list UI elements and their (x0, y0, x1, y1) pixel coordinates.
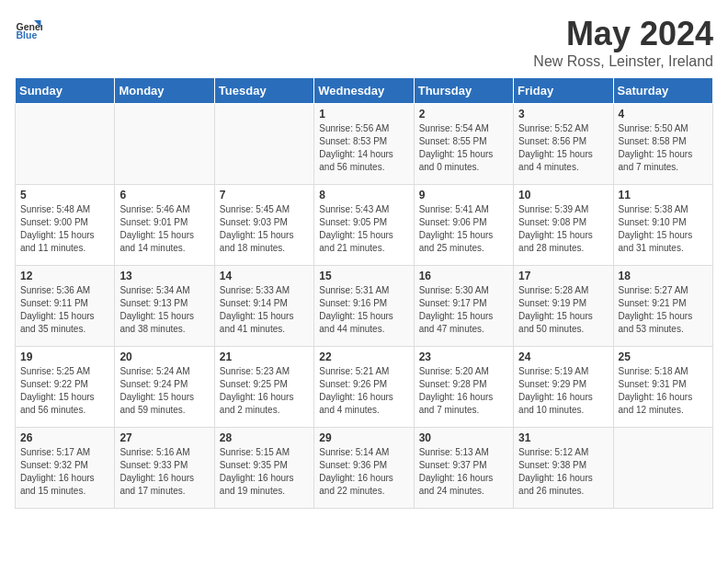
calendar-cell: 27Sunrise: 5:16 AM Sunset: 9:33 PM Dayli… (115, 428, 214, 509)
day-info: Sunrise: 5:17 AM Sunset: 9:32 PM Dayligh… (20, 446, 109, 498)
month-title: May 2024 (533, 15, 713, 53)
day-number: 15 (319, 270, 408, 282)
day-number: 27 (119, 431, 209, 444)
calendar-cell: 14Sunrise: 5:33 AM Sunset: 9:14 PM Dayli… (214, 266, 313, 347)
calendar-cell: 7Sunrise: 5:45 AM Sunset: 9:03 PM Daylig… (214, 185, 313, 266)
day-number: 25 (619, 350, 708, 363)
calendar-cell: 21Sunrise: 5:23 AM Sunset: 9:25 PM Dayli… (214, 347, 313, 428)
calendar-cell: 18Sunrise: 5:27 AM Sunset: 9:21 PM Dayli… (613, 266, 712, 347)
calendar-week-row: 12Sunrise: 5:36 AM Sunset: 9:11 PM Dayli… (16, 266, 713, 347)
calendar-cell: 20Sunrise: 5:24 AM Sunset: 9:24 PM Dayli… (115, 347, 214, 428)
day-number: 22 (319, 350, 408, 363)
weekday-header: Monday (115, 78, 214, 104)
calendar-cell (613, 428, 712, 509)
day-number: 4 (619, 108, 708, 121)
day-number: 1 (319, 108, 408, 121)
calendar-cell: 23Sunrise: 5:20 AM Sunset: 9:28 PM Dayli… (414, 347, 513, 428)
day-number: 12 (20, 270, 109, 282)
logo: General Blue (15, 15, 42, 42)
calendar-week-row: 19Sunrise: 5:25 AM Sunset: 9:22 PM Dayli… (16, 347, 713, 428)
day-number: 30 (419, 431, 508, 444)
calendar-table: SundayMondayTuesdayWednesdayThursdayFrid… (15, 77, 713, 509)
calendar-cell: 3Sunrise: 5:52 AM Sunset: 8:56 PM Daylig… (514, 104, 613, 185)
day-number: 9 (419, 189, 508, 201)
day-number: 8 (319, 189, 408, 201)
day-info: Sunrise: 5:23 AM Sunset: 9:25 PM Dayligh… (220, 365, 309, 417)
calendar-cell: 26Sunrise: 5:17 AM Sunset: 9:32 PM Dayli… (16, 428, 115, 509)
day-info: Sunrise: 5:45 AM Sunset: 9:03 PM Dayligh… (220, 203, 309, 255)
day-number: 14 (220, 270, 309, 282)
weekday-header: Wednesday (314, 78, 414, 104)
day-info: Sunrise: 5:19 AM Sunset: 9:29 PM Dayligh… (518, 365, 608, 417)
day-info: Sunrise: 5:46 AM Sunset: 9:01 PM Dayligh… (119, 203, 209, 255)
calendar-cell: 1Sunrise: 5:56 AM Sunset: 8:53 PM Daylig… (314, 104, 414, 185)
day-number: 26 (20, 431, 109, 444)
day-number: 10 (518, 189, 608, 201)
day-info: Sunrise: 5:20 AM Sunset: 9:28 PM Dayligh… (419, 365, 508, 417)
calendar-cell: 11Sunrise: 5:38 AM Sunset: 9:10 PM Dayli… (613, 185, 712, 266)
calendar-cell: 2Sunrise: 5:54 AM Sunset: 8:55 PM Daylig… (414, 104, 513, 185)
weekday-header: Saturday (613, 78, 712, 104)
calendar-cell: 10Sunrise: 5:39 AM Sunset: 9:08 PM Dayli… (514, 185, 613, 266)
day-info: Sunrise: 5:13 AM Sunset: 9:37 PM Dayligh… (419, 446, 508, 498)
calendar-cell: 15Sunrise: 5:31 AM Sunset: 9:16 PM Dayli… (314, 266, 414, 347)
day-info: Sunrise: 5:48 AM Sunset: 9:00 PM Dayligh… (20, 203, 109, 255)
calendar-cell (214, 104, 313, 185)
calendar-cell: 19Sunrise: 5:25 AM Sunset: 9:22 PM Dayli… (16, 347, 115, 428)
calendar-cell: 9Sunrise: 5:41 AM Sunset: 9:06 PM Daylig… (414, 185, 513, 266)
day-info: Sunrise: 5:33 AM Sunset: 9:14 PM Dayligh… (220, 284, 309, 336)
day-number: 16 (419, 270, 508, 282)
day-info: Sunrise: 5:52 AM Sunset: 8:56 PM Dayligh… (518, 122, 608, 174)
day-info: Sunrise: 5:21 AM Sunset: 9:26 PM Dayligh… (319, 365, 408, 417)
day-number: 6 (119, 189, 209, 201)
calendar-cell: 12Sunrise: 5:36 AM Sunset: 9:11 PM Dayli… (16, 266, 115, 347)
calendar-cell (16, 104, 115, 185)
calendar-cell: 24Sunrise: 5:19 AM Sunset: 9:29 PM Dayli… (514, 347, 613, 428)
day-number: 13 (119, 270, 209, 282)
day-number: 19 (20, 350, 109, 363)
weekday-header-row: SundayMondayTuesdayWednesdayThursdayFrid… (16, 78, 713, 104)
day-number: 29 (319, 431, 408, 444)
day-info: Sunrise: 5:39 AM Sunset: 9:08 PM Dayligh… (518, 203, 608, 255)
calendar-cell: 22Sunrise: 5:21 AM Sunset: 9:26 PM Dayli… (314, 347, 414, 428)
logo-icon: General Blue (15, 15, 42, 42)
title-block: May 2024 New Ross, Leinster, Ireland (533, 15, 713, 70)
day-info: Sunrise: 5:14 AM Sunset: 9:36 PM Dayligh… (319, 446, 408, 498)
calendar-cell: 4Sunrise: 5:50 AM Sunset: 8:58 PM Daylig… (613, 104, 712, 185)
day-info: Sunrise: 5:56 AM Sunset: 8:53 PM Dayligh… (319, 122, 408, 174)
day-info: Sunrise: 5:41 AM Sunset: 9:06 PM Dayligh… (419, 203, 508, 255)
weekday-header: Friday (514, 78, 613, 104)
day-number: 5 (20, 189, 109, 201)
day-info: Sunrise: 5:31 AM Sunset: 9:16 PM Dayligh… (319, 284, 408, 336)
day-number: 23 (419, 350, 508, 363)
day-number: 24 (518, 350, 608, 363)
weekday-header: Sunday (16, 78, 115, 104)
day-number: 11 (619, 189, 708, 201)
day-info: Sunrise: 5:12 AM Sunset: 9:38 PM Dayligh… (518, 446, 608, 498)
day-info: Sunrise: 5:54 AM Sunset: 8:55 PM Dayligh… (419, 122, 508, 174)
weekday-header: Tuesday (214, 78, 313, 104)
calendar-week-row: 5Sunrise: 5:48 AM Sunset: 9:00 PM Daylig… (16, 185, 713, 266)
day-number: 28 (220, 431, 309, 444)
day-number: 7 (220, 189, 309, 201)
day-info: Sunrise: 5:30 AM Sunset: 9:17 PM Dayligh… (419, 284, 508, 336)
calendar-cell: 31Sunrise: 5:12 AM Sunset: 9:38 PM Dayli… (514, 428, 613, 509)
calendar-cell: 28Sunrise: 5:15 AM Sunset: 9:35 PM Dayli… (214, 428, 313, 509)
day-info: Sunrise: 5:18 AM Sunset: 9:31 PM Dayligh… (619, 365, 708, 417)
calendar-cell: 6Sunrise: 5:46 AM Sunset: 9:01 PM Daylig… (115, 185, 214, 266)
day-info: Sunrise: 5:38 AM Sunset: 9:10 PM Dayligh… (619, 203, 708, 255)
day-info: Sunrise: 5:50 AM Sunset: 8:58 PM Dayligh… (619, 122, 708, 174)
weekday-header: Thursday (414, 78, 513, 104)
day-number: 18 (619, 270, 708, 282)
calendar-cell: 13Sunrise: 5:34 AM Sunset: 9:13 PM Dayli… (115, 266, 214, 347)
calendar-cell (115, 104, 214, 185)
svg-text:Blue: Blue (17, 29, 38, 40)
day-info: Sunrise: 5:16 AM Sunset: 9:33 PM Dayligh… (119, 446, 209, 498)
day-number: 20 (119, 350, 209, 363)
day-number: 21 (220, 350, 309, 363)
calendar-week-row: 26Sunrise: 5:17 AM Sunset: 9:32 PM Dayli… (16, 428, 713, 509)
day-number: 2 (419, 108, 508, 121)
calendar-cell: 17Sunrise: 5:28 AM Sunset: 9:19 PM Dayli… (514, 266, 613, 347)
calendar-cell: 30Sunrise: 5:13 AM Sunset: 9:37 PM Dayli… (414, 428, 513, 509)
day-number: 31 (518, 431, 608, 444)
